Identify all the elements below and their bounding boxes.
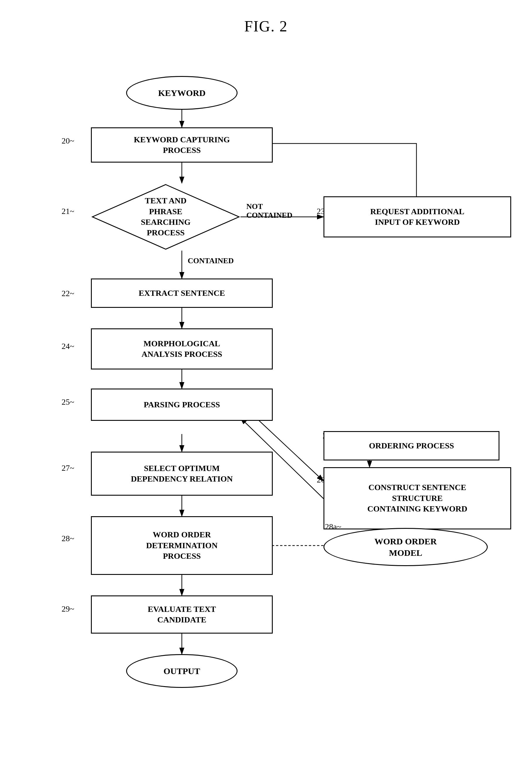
diagram-container: KEYWORD 20~ KEYWORD CAPTURING PROCESS 21… xyxy=(0,47,532,763)
output-node: OUTPUT xyxy=(126,654,237,688)
step28-rect: WORD ORDER DETERMINATION PROCESS xyxy=(91,516,273,575)
step28a-oval: WORD ORDER MODEL xyxy=(323,528,488,566)
step21-diamond: TEXT AND PHRASE SEARCHING PROCESS xyxy=(91,183,240,251)
step29-label: 29~ xyxy=(61,604,74,614)
step26-rect: CONSTRUCT SENTENCE STRUCTURE CONTAINING … xyxy=(323,467,511,529)
step20-label: 20~ xyxy=(61,136,74,146)
step22-label: 22~ xyxy=(61,289,74,298)
step24-label: 24~ xyxy=(61,342,74,351)
step27-label: 27~ xyxy=(61,463,74,473)
step28a-label: 28a~ xyxy=(325,522,341,531)
step25-rect: PARSING PROCESS xyxy=(91,388,273,421)
step21-label: 21~ xyxy=(61,207,74,216)
keyword-start-node: KEYWORD xyxy=(126,76,237,110)
contained-label: CONTAINED xyxy=(188,257,234,265)
step24-rect: MORPHOLOGICAL ANALYSIS PROCESS xyxy=(91,328,273,370)
step29-rect: EVALUATE TEXT CANDIDATE xyxy=(91,596,273,634)
not-contained-label: NOT CONTAINED xyxy=(246,202,292,220)
page-title: FIG. 2 xyxy=(0,0,532,47)
step20-rect: KEYWORD CAPTURING PROCESS xyxy=(91,127,273,163)
step22-rect: EXTRACT SENTENCE xyxy=(91,278,273,308)
step28-label: 28~ xyxy=(61,534,74,543)
step26a-rect: ORDERING PROCESS xyxy=(323,431,499,461)
step27-rect: SELECT OPTIMUM DEPENDENCY RELATION xyxy=(91,452,273,496)
step25-label: 25~ xyxy=(61,397,74,407)
step23-rect: REQUEST ADDITIONAL INPUT OF KEYWORD xyxy=(323,196,511,237)
